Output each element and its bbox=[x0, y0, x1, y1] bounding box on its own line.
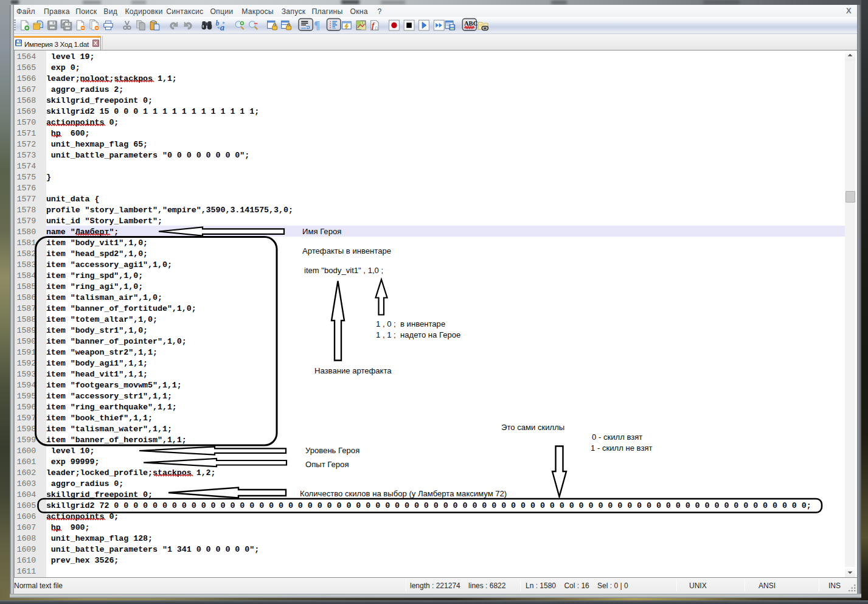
svg-text:a: a bbox=[220, 23, 224, 32]
svg-text:¶: ¶ bbox=[314, 19, 320, 32]
svg-text:(): () bbox=[375, 26, 378, 30]
svg-text:b: b bbox=[216, 19, 220, 27]
